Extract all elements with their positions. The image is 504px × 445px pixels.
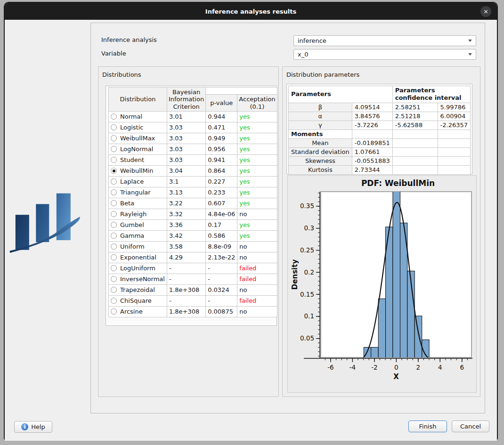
radio-button[interactable]	[111, 287, 117, 293]
radio-button[interactable]	[111, 211, 117, 217]
distribution-row[interactable]: Triangular3.130.233yes	[109, 187, 277, 198]
radio-button[interactable]	[111, 233, 117, 239]
parameter-cell: 3.84576	[352, 112, 392, 121]
distributions-table-frame: Distribution Bayesian Information Criter…	[106, 86, 277, 326]
parameter-cell: β	[289, 103, 352, 112]
bic-value: 3.36	[167, 219, 205, 230]
svg-text:X: X	[393, 372, 399, 381]
distributions-table[interactable]: Distribution Bayesian Information Criter…	[108, 87, 277, 317]
svg-text:-4: -4	[350, 364, 356, 371]
variable-select[interactable]: x_0	[293, 49, 476, 60]
distributions-group-label: Distributions	[102, 71, 141, 78]
distribution-name: Gumbel	[120, 221, 144, 228]
radio-button[interactable]	[111, 298, 117, 304]
parameters-table-frame: Parameters Parameters confidence interva…	[286, 84, 472, 174]
radio-button[interactable]	[111, 113, 117, 120]
distribution-row[interactable]: InverseNormal--failed	[109, 274, 277, 284]
distribution-row[interactable]: Logistic3.030.471yes	[109, 122, 277, 133]
app-logo-icon	[8, 186, 83, 254]
bic-value: 3.1	[167, 176, 205, 187]
distribution-parameters-group: Distribution parameters Parameters Param…	[282, 66, 480, 397]
inference-analysis-select[interactable]: inference	[293, 35, 476, 46]
distribution-name: WeibullMin	[120, 167, 153, 174]
col-header-pvalue: p-value	[206, 95, 237, 112]
parameter-cell: Mean	[289, 138, 352, 147]
radio-button[interactable]	[111, 168, 117, 174]
distribution-row[interactable]: WeibullMax3.030.949yes	[109, 133, 277, 144]
pvalue-value: 0.17	[206, 219, 237, 230]
distribution-row[interactable]: Uniform3.588.8e-09no	[109, 241, 277, 252]
svg-text:0.05: 0.05	[300, 334, 314, 342]
parameters-group-label: Distribution parameters	[286, 71, 359, 78]
svg-text:6: 6	[460, 364, 464, 371]
close-button[interactable]: ✕	[480, 6, 491, 17]
acceptation-status: yes	[237, 198, 277, 209]
svg-text:0: 0	[394, 364, 398, 371]
titlebar[interactable]: Inference analyses results ✕	[5, 3, 497, 20]
inference-results-dialog: Inference analyses results ✕	[4, 2, 498, 441]
parameter-cell: -5.62588	[392, 121, 438, 129]
radio-button[interactable]	[111, 222, 117, 228]
radio-button[interactable]	[111, 200, 117, 206]
acceptation-status: yes	[237, 219, 277, 230]
parameter-cell: 2.73344	[352, 165, 392, 174]
help-button[interactable]: i Help	[14, 421, 52, 433]
pvalue-value: 0.949	[206, 133, 237, 144]
distribution-name: ChiSquare	[120, 297, 152, 304]
close-icon: ✕	[483, 9, 488, 15]
main-panel: Inference analysis inference Variable x_…	[90, 23, 485, 413]
radio-button[interactable]	[111, 243, 117, 250]
acceptation-status: yes	[237, 230, 277, 241]
radio-button[interactable]	[111, 254, 117, 260]
distribution-row[interactable]: Exponential4.292.13e-22no	[109, 252, 277, 263]
distribution-name: Beta	[120, 200, 134, 207]
bic-value: 3.32	[167, 209, 205, 219]
acceptation-status: failed	[237, 295, 277, 306]
parameter-cell	[438, 129, 470, 138]
parameter-row: Kurtosis2.73344	[289, 165, 471, 174]
cancel-button[interactable]: Cancel	[452, 421, 489, 432]
finish-button[interactable]: Finish	[408, 421, 447, 432]
radio-button[interactable]	[111, 189, 117, 195]
pvalue-value: 0.944	[206, 111, 237, 122]
parameter-cell	[438, 138, 470, 147]
bic-value: 3.04	[167, 165, 205, 176]
radio-button[interactable]	[111, 178, 117, 185]
acceptation-status: yes	[237, 176, 277, 187]
distribution-row[interactable]: Arcsine1.8e+3080.00875no	[109, 306, 277, 317]
distribution-row[interactable]: LogNormal3.030.956yes	[109, 144, 277, 154]
distribution-row[interactable]: Laplace3.10.227yes	[109, 176, 277, 187]
pvalue-value: -	[206, 295, 237, 306]
distribution-row[interactable]: Beta3.220.607yes	[109, 198, 277, 209]
svg-text:0.35: 0.35	[300, 202, 314, 210]
radio-button[interactable]	[111, 265, 117, 271]
radio-button[interactable]	[111, 135, 117, 141]
distribution-row[interactable]: Student3.030.941yes	[109, 154, 277, 165]
distribution-row[interactable]: LogUniform--failed	[109, 263, 277, 274]
distribution-row[interactable]: Gumbel3.360.17yes	[109, 219, 277, 230]
distribution-row[interactable]: ChiSquare--failed	[109, 295, 277, 306]
distribution-row[interactable]: Trapezoidal1.8e+3080.0324no	[109, 284, 277, 295]
radio-button[interactable]	[111, 146, 117, 152]
parameter-row: α3.845762.512186.00904	[289, 112, 471, 121]
parameter-cell: 1.07661	[352, 147, 392, 156]
distribution-row[interactable]: WeibullMin3.040.864yes	[109, 165, 277, 176]
distribution-row[interactable]: Rayleigh3.324.84e-06no	[109, 209, 277, 219]
acceptation-status: no	[237, 284, 277, 295]
parameter-cell: 4.09514	[352, 103, 392, 112]
bic-value: 3.03	[167, 154, 205, 165]
radio-button[interactable]	[111, 124, 117, 130]
acceptation-status: yes	[237, 165, 277, 176]
parameter-cell	[438, 156, 470, 165]
radio-button[interactable]	[111, 157, 117, 163]
parameter-cell	[352, 129, 392, 138]
parameter-cell: γ	[289, 121, 352, 129]
parameter-cell	[438, 165, 470, 174]
radio-button[interactable]	[111, 308, 117, 315]
distribution-row[interactable]: Normal3.010.944yes	[109, 111, 277, 122]
distribution-row[interactable]: Gamma3.420.586yes	[109, 230, 277, 241]
radio-button[interactable]	[111, 276, 117, 282]
finish-button-label: Finish	[419, 423, 436, 430]
parameter-row: Mean-0.0189851	[289, 138, 471, 147]
svg-text:0.3: 0.3	[304, 224, 314, 232]
